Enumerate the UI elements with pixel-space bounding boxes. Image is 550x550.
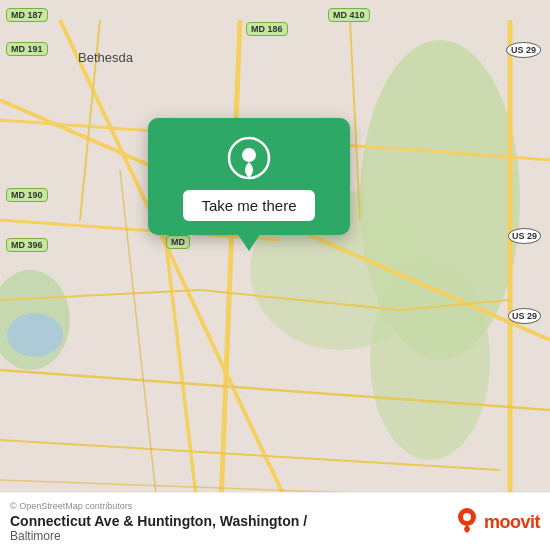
take-me-there-button[interactable]: Take me there xyxy=(183,190,314,221)
moovit-logo: moovit xyxy=(456,507,540,538)
map-container: Bethesda MD 187 MD 410 MD 191 MD 186 US … xyxy=(0,0,550,550)
road-badge-us29-mid: US 29 xyxy=(508,228,541,244)
svg-point-25 xyxy=(463,513,471,521)
road-badge-md191: MD 191 xyxy=(6,42,48,56)
location-pin-icon xyxy=(227,136,271,180)
road-badge-us29-bot: US 29 xyxy=(508,308,541,324)
moovit-logo-text: moovit xyxy=(484,512,540,533)
road-badge-md187: MD 187 xyxy=(6,8,48,22)
location-subtitle: Baltimore xyxy=(10,529,307,543)
location-title: Connecticut Ave & Huntington, Washington… xyxy=(10,513,307,529)
moovit-pin-icon xyxy=(456,507,478,538)
road-badge-md410: MD 410 xyxy=(328,8,370,22)
svg-point-5 xyxy=(7,313,63,357)
road-badge-us29-top: US 29 xyxy=(506,42,541,58)
road-badge-md190: MD 190 xyxy=(6,188,48,202)
svg-point-23 xyxy=(242,148,256,162)
bottom-left: © OpenStreetMap contributors Connecticut… xyxy=(10,501,307,543)
road-badge-md396: MD 396 xyxy=(6,238,48,252)
map-background xyxy=(0,0,550,550)
osm-attribution: © OpenStreetMap contributors xyxy=(10,501,307,511)
road-badge-md: MD xyxy=(166,235,190,249)
popup-card: Take me there xyxy=(148,118,350,235)
road-badge-md186: MD 186 xyxy=(246,22,288,36)
bottom-bar: © OpenStreetMap contributors Connecticut… xyxy=(0,492,550,550)
bethesda-label: Bethesda xyxy=(78,50,133,65)
